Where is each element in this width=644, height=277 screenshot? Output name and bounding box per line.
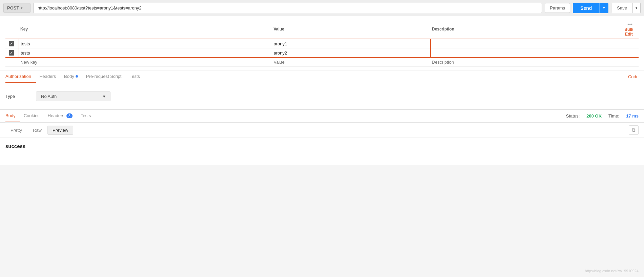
row-checkbox[interactable] <box>9 50 14 56</box>
col-actions-header: ••• Bulk Edit <box>621 20 639 39</box>
top-bar: POST ▾ Params Send ▾ Save ▾ <box>0 0 644 16</box>
row-actions <box>621 48 639 58</box>
code-link[interactable]: Code <box>628 74 639 79</box>
status-value: 200 OK <box>586 113 602 119</box>
auth-section: Type No Auth ▾ <box>0 83 644 110</box>
new-param-row <box>5 58 639 67</box>
format-btn-pretty[interactable]: Pretty <box>5 126 27 135</box>
response-tab-headers[interactable]: Headers 3 <box>48 110 77 122</box>
bulk-edit-button[interactable]: Bulk Edit <box>622 27 636 37</box>
method-chevron: ▾ <box>21 6 22 10</box>
response-tab-body[interactable]: Body <box>5 110 20 122</box>
row-key: tests <box>19 39 272 48</box>
request-tab-authorization[interactable]: Authorization <box>5 70 36 83</box>
request-tab-tests[interactable]: Tests <box>129 70 144 83</box>
col-desc-header: Description <box>430 20 620 39</box>
response-tab-cookies[interactable]: Cookies <box>24 110 44 122</box>
auth-type-select[interactable]: No Auth ▾ <box>36 91 110 101</box>
time-label: Time: <box>608 113 619 119</box>
response-tab-list: BodyCookiesHeaders 3Tests <box>5 110 99 122</box>
col-key-header: Key <box>19 20 272 39</box>
table-row: tests arony1 <box>5 39 639 48</box>
row-value: arony2 <box>272 48 430 58</box>
params-button[interactable]: Params <box>545 3 570 13</box>
request-tab-pre-request-script[interactable]: Pre-request Script <box>86 70 126 83</box>
send-dropdown-button[interactable]: ▾ <box>599 3 608 13</box>
response-content: success <box>5 143 25 149</box>
format-btn-preview[interactable]: Preview <box>47 126 73 135</box>
request-tab-headers[interactable]: Headers <box>39 70 61 83</box>
copy-button[interactable]: ⧉ <box>629 125 639 135</box>
row-checkbox[interactable] <box>9 41 14 46</box>
time-value: 17 ms <box>626 113 639 119</box>
response-tab-tests[interactable]: Tests <box>81 110 96 122</box>
more-icon[interactable]: ••• <box>627 22 632 27</box>
response-tabs: BodyCookiesHeaders 3Tests Status: 200 OK… <box>0 110 644 123</box>
col-value-header: Value <box>272 20 430 39</box>
row-value: arony1 <box>272 39 430 48</box>
send-button-group: Send ▾ <box>573 3 608 13</box>
method-text: POST <box>7 5 19 10</box>
table-row: tests arony2 <box>5 48 639 58</box>
request-tabs: AuthorizationHeadersBody Pre-request Scr… <box>0 70 644 83</box>
col-check-header <box>5 20 19 39</box>
new-key-input[interactable] <box>20 60 269 65</box>
request-tab-body[interactable]: Body <box>64 70 83 83</box>
save-button-group: Save ▾ <box>611 3 641 13</box>
send-button[interactable]: Send <box>573 3 599 13</box>
row-desc <box>430 48 620 58</box>
row-checkbox-cell[interactable] <box>5 39 19 48</box>
body-dot-indicator <box>76 75 78 78</box>
method-selector[interactable]: POST ▾ <box>3 3 31 13</box>
auth-type-label: Type <box>5 94 26 99</box>
params-table: Key Value Description ••• Bulk Edit test… <box>5 20 639 67</box>
row-checkbox-cell[interactable] <box>5 48 19 58</box>
row-key: tests <box>19 48 272 58</box>
response-format-bar: PrettyRawPreview ⧉ <box>0 123 644 138</box>
params-section: Key Value Description ••• Bulk Edit test… <box>0 16 644 70</box>
auth-type-value: No Auth <box>41 94 57 99</box>
new-value-input[interactable] <box>274 60 428 65</box>
response-status: Status: 200 OK Time: 17 ms <box>566 113 639 119</box>
status-label: Status: <box>566 113 580 119</box>
request-tab-list: AuthorizationHeadersBody Pre-request Scr… <box>5 70 148 83</box>
save-button[interactable]: Save <box>611 3 632 13</box>
format-button-list: PrettyRawPreview <box>5 126 73 135</box>
auth-type-row: Type No Auth ▾ <box>5 91 639 101</box>
url-input[interactable] <box>33 3 542 13</box>
row-desc <box>430 39 620 48</box>
response-body: success <box>0 138 644 165</box>
format-btn-raw[interactable]: Raw <box>28 126 47 135</box>
auth-type-chevron: ▾ <box>103 94 105 99</box>
headers-badge: 3 <box>66 113 73 118</box>
new-desc-input[interactable] <box>432 60 618 65</box>
save-dropdown-button[interactable]: ▾ <box>632 3 641 13</box>
row-actions <box>621 39 639 48</box>
